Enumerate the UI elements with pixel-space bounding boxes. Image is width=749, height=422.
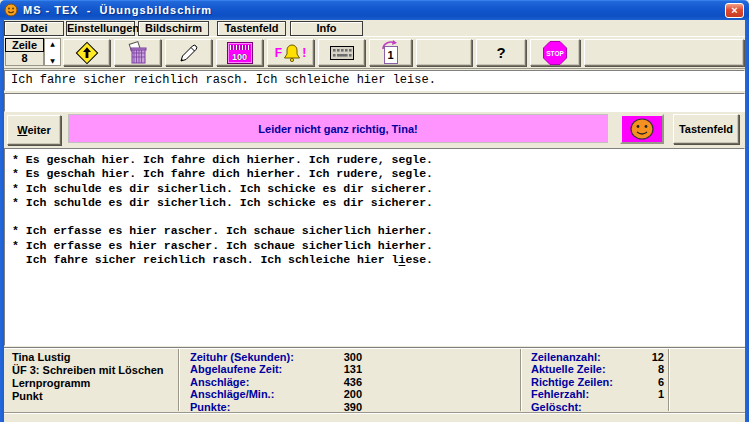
line-spinner-label: Zeile (5, 38, 44, 52)
smiley-face-icon (628, 117, 656, 141)
toolbar-button-write[interactable] (165, 39, 212, 66)
program-mode: Lernprogramm (12, 377, 164, 390)
toolbar-button-help[interactable]: ? (476, 39, 526, 66)
close-button[interactable]: × (725, 3, 744, 18)
results-area: * Es geschah hier. Ich fahre dich hierhe… (4, 148, 745, 346)
target-line: Ich fahre sicher reichlich rasch. Ich sc… (4, 70, 745, 91)
window-border-right (745, 20, 749, 422)
toolbar-button-spacer-2[interactable] (584, 39, 744, 66)
toolbar-button-score[interactable]: 100 (216, 39, 263, 66)
titlebar: MS - TEX - Übungsbildschirm × (0, 0, 749, 20)
line-spinner: Zeile 8 ▲ ▼ (5, 38, 61, 66)
stat-row: Zeilenanzahl:12 (531, 351, 664, 363)
typing-input[interactable] (4, 93, 745, 112)
keyboard-icon (330, 46, 354, 60)
menu-bildschirm[interactable]: Bildschirm (138, 21, 209, 36)
stat-row: Richtige Zeilen:6 (531, 376, 664, 388)
toolbar-button-error-signal[interactable]: F ! (267, 39, 314, 66)
menu-tastenfeld[interactable]: Tastenfeld (217, 21, 286, 36)
stat-row: Anschläge/Min.:200 (190, 388, 362, 400)
help-icon: ? (496, 44, 505, 61)
status-divider-3 (668, 349, 669, 411)
toolbar-button-spacer-1[interactable] (416, 39, 472, 66)
toolbar: Zeile 8 ▲ ▼ (4, 37, 745, 69)
error-bell-icon: F ! (275, 43, 306, 63)
result-line-current: Ich fahre sicher reichlich rasch. Ich sc… (12, 253, 744, 267)
stats-time: Zeituhr (Sekunden):300 Abgelaufene Zeit:… (190, 351, 362, 413)
status-divider-2 (520, 349, 521, 411)
exercise-name: ÜF 3: Schreiben mit Löschen (12, 364, 164, 377)
toolbar-button-priority[interactable] (63, 39, 110, 66)
status-divider-1 (178, 349, 179, 411)
line-spinner-value: 8 (5, 52, 44, 66)
weiter-button[interactable]: Weiter (7, 115, 61, 145)
toolbar-button-stop[interactable]: STOP (530, 39, 580, 66)
feedback-message: Leider nicht ganz richtig, Tina! (68, 114, 608, 143)
user-name: Tina Lustig (12, 351, 164, 364)
stat-row: Abgelaufene Zeit:131 (190, 363, 362, 375)
svg-text:STOP: STOP (546, 49, 564, 56)
feedback-message-text: Leider nicht ganz richtig, Tina! (258, 123, 417, 135)
line-spinner-control: ▲ ▼ (44, 38, 61, 66)
result-line: * Ich erfasse es hier rascher. Ich schau… (12, 239, 744, 253)
stop-icon: STOP (542, 40, 568, 66)
stat-row: Aktuelle Zeile:8 (531, 363, 664, 375)
trash-icon (125, 40, 151, 66)
result-line: * Es geschah hier. Ich fahre dich hierhe… (12, 167, 744, 181)
page-one-icon: 1 (380, 41, 402, 65)
tastenfeld-button[interactable]: Tastenfeld (673, 114, 739, 144)
stat-row: Anschläge:436 (190, 376, 362, 388)
hand-pen-icon (176, 40, 202, 66)
user-info: Tina Lustig ÜF 3: Schreiben mit Löschen … (12, 351, 164, 403)
stat-row: Fehlerzahl:1 (531, 388, 664, 400)
toolbar-button-delete[interactable] (114, 39, 161, 66)
result-line: * Ich schulde es dir sicherlich. Ich sch… (12, 182, 744, 196)
window-bottom-edge (4, 412, 745, 422)
scoring-mode: Punkt (12, 390, 164, 403)
menu-einstellungen[interactable]: Einstellungen (66, 21, 135, 36)
status-panel: Tina Lustig ÜF 3: Schreiben mit Löschen … (4, 347, 745, 412)
menu-info[interactable]: Info (290, 21, 363, 36)
window-title: MS - TEX - Übungsbildschirm (23, 4, 212, 16)
stats-lines: Zeilenanzahl:12 Aktuelle Zeile:8 Richtig… (531, 351, 664, 413)
result-line: * Ich schulde es dir sicherlich. Ich sch… (12, 196, 744, 210)
toolbar-button-keyboard[interactable] (318, 39, 365, 66)
smiley-button[interactable] (620, 114, 664, 144)
result-line-blank (12, 210, 744, 224)
spinner-down-icon[interactable]: ▼ (45, 56, 60, 65)
app-logo-icon (4, 3, 18, 17)
menubar: Datei Einstellungen Bildschirm Tastenfel… (4, 20, 745, 37)
score-100-icon: 100 (227, 42, 253, 64)
result-line: * Es geschah hier. Ich fahre dich hierhe… (12, 153, 744, 167)
stat-row: Zeituhr (Sekunden):300 (190, 351, 362, 363)
spinner-up-icon[interactable]: ▲ (45, 39, 60, 48)
toolbar-button-restart-line[interactable]: 1 (369, 39, 412, 66)
app-window: MS - TEX - Übungsbildschirm × Datei Eins… (0, 0, 749, 422)
diamond-up-arrow-icon (74, 40, 100, 66)
result-line: * Ich erfasse es hier rascher. Ich schau… (12, 224, 744, 238)
menu-datei[interactable]: Datei (4, 21, 64, 36)
